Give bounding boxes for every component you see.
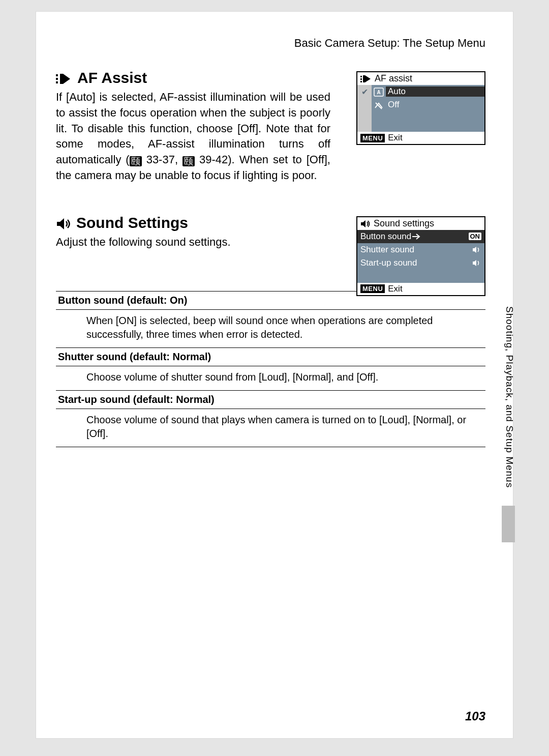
section-sound-settings: Sound Settings Adjust the following soun… bbox=[56, 214, 485, 250]
af-screen-body: ✔ A Auto bbox=[357, 85, 484, 132]
sound-icon bbox=[56, 214, 71, 231]
svg-rect-0 bbox=[56, 74, 58, 76]
page-header: Basic Camera Setup: The Setup Menu bbox=[56, 37, 485, 50]
af-option-auto: ✔ A Auto bbox=[357, 85, 484, 98]
menu-icon: MENU bbox=[360, 134, 385, 142]
af-option-off: Off bbox=[357, 98, 484, 111]
sound-row-button: Button sound ON bbox=[357, 230, 484, 243]
af-ref1: 33-37, bbox=[142, 153, 182, 166]
sound-row-shutter: Shutter sound bbox=[357, 243, 484, 256]
sound-row-startup: Start-up sound bbox=[357, 256, 484, 270]
side-tab-label: Shooting, Playback, and Setup Menus bbox=[504, 306, 515, 488]
button-sound-label: Button sound bbox=[360, 231, 411, 242]
startup-sound-label: Start-up sound bbox=[360, 258, 472, 268]
off-icon bbox=[374, 100, 384, 110]
svg-rect-3 bbox=[60, 74, 63, 84]
af-opt-auto-label: Auto bbox=[386, 86, 484, 97]
af-assist-icon bbox=[56, 69, 72, 86]
af-exit-label: Exit bbox=[388, 133, 402, 143]
sound-screen-title-row: Sound settings bbox=[357, 217, 484, 230]
svg-rect-7 bbox=[363, 75, 365, 82]
svg-rect-1 bbox=[56, 78, 58, 80]
sound-title-text: Sound Settings bbox=[76, 214, 188, 231]
sound-body: Adjust the following sound settings. bbox=[56, 235, 330, 250]
menu-icon: MENU bbox=[360, 284, 385, 293]
af-screen-title: AF assist bbox=[375, 73, 412, 84]
svg-text:A: A bbox=[377, 90, 380, 95]
sound-small-icon bbox=[472, 258, 481, 268]
row-startup-sound-desc: Choose volume of sound that plays when c… bbox=[56, 409, 485, 447]
page-ref-icon: 颐 bbox=[130, 156, 142, 166]
af-screen-footer: MENU Exit bbox=[357, 132, 484, 144]
sound-icon bbox=[360, 218, 371, 229]
sound-exit-label: Exit bbox=[388, 284, 402, 294]
sound-screen-footer: MENU Exit bbox=[357, 283, 484, 295]
sound-settings-table: Button sound (default: On) When [ON] is … bbox=[56, 291, 485, 447]
af-assist-screen: AF assist ✔ A bbox=[356, 71, 485, 145]
section-af-assist: AF Assist If [Auto] is selected, AF-assi… bbox=[56, 69, 485, 184]
af-title-text: AF Assist bbox=[77, 69, 147, 86]
af-screen-icon bbox=[360, 73, 372, 84]
sound-screen-title: Sound settings bbox=[374, 218, 434, 229]
manual-page: Basic Camera Setup: The Setup Menu AF As… bbox=[36, 11, 513, 739]
af-opt-off-label: Off bbox=[386, 100, 484, 110]
side-tab-marker bbox=[502, 506, 515, 542]
af-body: If [Auto] is selected, AF-assist illumin… bbox=[56, 90, 330, 184]
row-shutter-sound-header: Shutter sound (default: Normal) bbox=[56, 348, 485, 366]
page-number: 103 bbox=[465, 709, 485, 723]
row-button-sound-desc: When [ON] is selected, beep will sound o… bbox=[56, 310, 485, 348]
check-icon: ✔ bbox=[361, 87, 368, 97]
shutter-sound-label: Shutter sound bbox=[360, 245, 472, 255]
row-startup-sound-header: Start-up sound (default: Normal) bbox=[56, 391, 485, 409]
sound-small-icon bbox=[472, 245, 481, 255]
svg-rect-4 bbox=[360, 76, 362, 77]
page-ref-icon: 颐 bbox=[182, 156, 195, 166]
auto-mode-icon: A bbox=[374, 86, 384, 97]
svg-rect-2 bbox=[56, 81, 58, 83]
af-screen-title-row: AF assist bbox=[357, 72, 484, 85]
sound-settings-screen: Sound settings Button sound ON Shutter bbox=[356, 216, 485, 296]
arrow-right-icon bbox=[412, 231, 421, 242]
row-shutter-sound-desc: Choose volume of shutter sound from [Lou… bbox=[56, 366, 485, 391]
svg-rect-6 bbox=[360, 81, 362, 82]
sound-screen-body: Button sound ON Shutter sound bbox=[357, 230, 484, 283]
svg-rect-5 bbox=[360, 78, 362, 80]
button-sound-value: ON bbox=[469, 232, 482, 240]
